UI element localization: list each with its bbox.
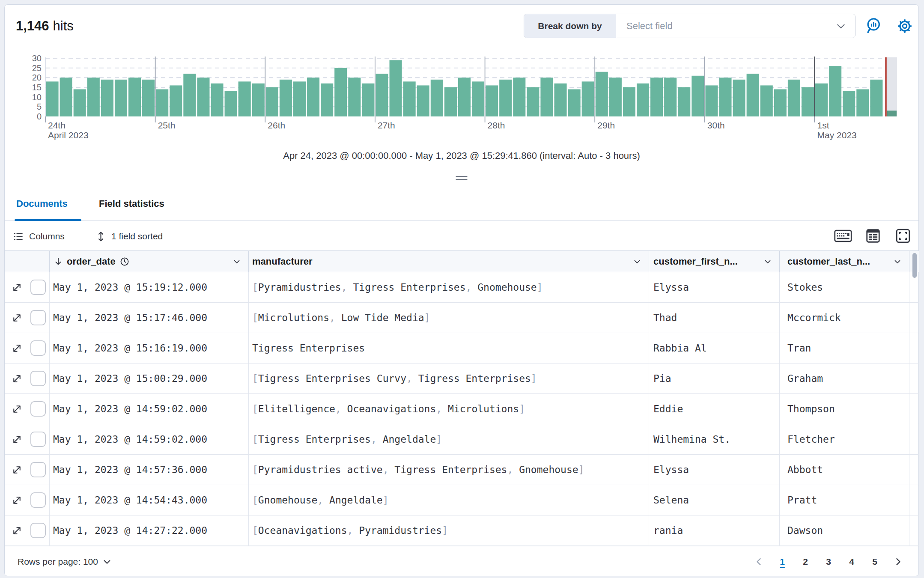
breakdown-control: Break down by Select field (524, 14, 855, 38)
x-axis-label: 24th (48, 120, 66, 130)
previous-page-button[interactable] (750, 552, 769, 571)
row-checkbox[interactable] (30, 432, 46, 447)
histogram-bar (142, 80, 155, 116)
expand-row-icon[interactable] (11, 433, 23, 446)
cell-customer-first-name: Wilhemina St. (649, 424, 780, 454)
table-row: May 1, 2023 @ 14:57:36.000[Pyramidustrie… (5, 455, 919, 485)
next-page-button[interactable] (888, 552, 907, 571)
expand-row-icon[interactable] (11, 342, 23, 355)
sorted-fields-button[interactable]: 1 field sorted (95, 229, 163, 244)
fullscreen-button[interactable] (893, 226, 913, 245)
y-axis-label: 15 (32, 83, 42, 92)
histogram-bar (733, 80, 745, 116)
cell-order-date: May 1, 2023 @ 15:00:29.000 (50, 363, 249, 393)
page-button-5[interactable]: 5 (865, 552, 884, 571)
cell-customer-first-name: Rabbia Al (649, 333, 780, 363)
gear-icon (895, 17, 914, 36)
histogram-bar (280, 80, 292, 116)
histogram-bar (376, 74, 388, 116)
display-options-button[interactable] (863, 226, 883, 245)
histogram-bar (458, 77, 471, 116)
histogram-bar (815, 83, 828, 116)
row-checkbox[interactable] (30, 492, 46, 508)
expand-row-icon[interactable] (11, 281, 23, 294)
column-header-customer-first-n-[interactable]: customer_first_n... (649, 251, 780, 272)
columns-list-icon (12, 231, 24, 242)
expand-row-icon[interactable] (11, 372, 23, 385)
cell-customer-first-name: Elyssa (649, 272, 780, 302)
cell-customer-last-name: Abbott (780, 455, 909, 485)
edit-visualization-button[interactable] (864, 16, 885, 36)
tab-documents[interactable]: Documents (16, 198, 68, 209)
cell-order-date: May 1, 2023 @ 15:16:19.000 (50, 333, 249, 363)
row-controls-cell (5, 515, 50, 545)
x-axis-label: 25th (158, 120, 176, 130)
table-footer: Rows per page: 100 12345 (5, 546, 918, 577)
x-axis-label: 29th (597, 120, 615, 130)
histogram-bar (499, 80, 512, 116)
columns-button[interactable]: Columns (12, 229, 65, 244)
histogram-bar (843, 91, 855, 116)
row-checkbox[interactable] (30, 462, 46, 477)
cell-customer-first-name: Selena (649, 485, 780, 515)
cell-order-date: May 1, 2023 @ 14:59:02.000 (50, 394, 249, 424)
x-axis-label: April 2023 (48, 130, 89, 140)
expand-row-icon[interactable] (11, 524, 23, 537)
sort-descending-icon (53, 256, 63, 267)
expand-row-icon[interactable] (11, 494, 23, 506)
breakdown-field-select[interactable]: Select field (616, 14, 855, 38)
table-density-icon (865, 228, 881, 244)
keyboard-shortcuts-button[interactable] (833, 226, 853, 245)
table-row: May 1, 2023 @ 15:16:19.000Tigress Enterp… (5, 333, 919, 363)
page-button-1[interactable]: 1 (773, 552, 792, 571)
resize-handle[interactable] (456, 174, 468, 182)
table-row: May 1, 2023 @ 15:00:29.000[Tigress Enter… (5, 363, 919, 394)
histogram-bar (705, 85, 718, 116)
histogram-bar (128, 77, 141, 116)
vertical-scrollbar[interactable] (912, 253, 917, 278)
page-button-4[interactable]: 4 (842, 552, 861, 571)
rows-per-page-button[interactable]: Rows per page: 100 (18, 546, 112, 577)
histogram-bar (540, 77, 553, 116)
row-checkbox[interactable] (30, 280, 46, 295)
hits-count: 1,146 (16, 18, 49, 33)
expand-row-icon[interactable] (11, 464, 23, 476)
cell-customer-last-name: Thompson (780, 394, 909, 424)
histogram-bar (527, 87, 539, 116)
row-checkbox[interactable] (30, 310, 46, 325)
table-header-controls-cell (5, 251, 50, 272)
chart-options-button[interactable] (894, 16, 915, 36)
histogram-bar (46, 81, 59, 116)
page-button-2[interactable]: 2 (796, 552, 815, 571)
row-checkbox[interactable] (30, 371, 46, 386)
row-controls-cell (5, 303, 50, 333)
histogram-bar (431, 80, 443, 116)
cell-manufacturer: [Tigress Enterprises, Angeldale] (249, 424, 649, 454)
cell-order-date: May 1, 2023 @ 15:19:12.000 (50, 272, 249, 302)
partial-histogram-bar (887, 110, 897, 116)
cell-order-date: May 1, 2023 @ 14:59:02.000 (50, 424, 249, 454)
column-header-order-date[interactable]: order_date (50, 251, 249, 272)
row-checkbox[interactable] (30, 340, 46, 356)
cell-customer-last-name: Stokes (780, 272, 909, 302)
tab-field-statistics[interactable]: Field statistics (99, 198, 164, 209)
row-controls-cell (5, 424, 50, 454)
column-header-manufacturer[interactable]: manufacturer (249, 251, 649, 272)
row-checkbox[interactable] (30, 523, 46, 538)
histogram-bar (747, 74, 759, 116)
histogram-chart[interactable]: 05101520253024thApril 202325th26th27th28… (18, 53, 912, 141)
page-button-3[interactable]: 3 (819, 552, 838, 571)
row-checkbox[interactable] (30, 401, 46, 417)
histogram-bar (664, 77, 677, 116)
discover-panel: 1,146hits Break down by Select field 051… (4, 4, 919, 576)
histogram-bar (554, 83, 566, 116)
tabs-divider (5, 220, 918, 221)
y-axis-label: 30 (32, 54, 42, 63)
rows-per-page-label: Rows per page: 100 (18, 557, 98, 567)
expand-row-icon[interactable] (11, 403, 23, 415)
column-header-customer-last-n-[interactable]: customer_last_n... (780, 251, 909, 272)
histogram-bar (513, 77, 525, 116)
expand-row-icon[interactable] (11, 312, 23, 324)
table-row: May 1, 2023 @ 14:59:02.000[Tigress Enter… (5, 424, 919, 455)
hits-summary: 1,146hits (16, 18, 74, 34)
